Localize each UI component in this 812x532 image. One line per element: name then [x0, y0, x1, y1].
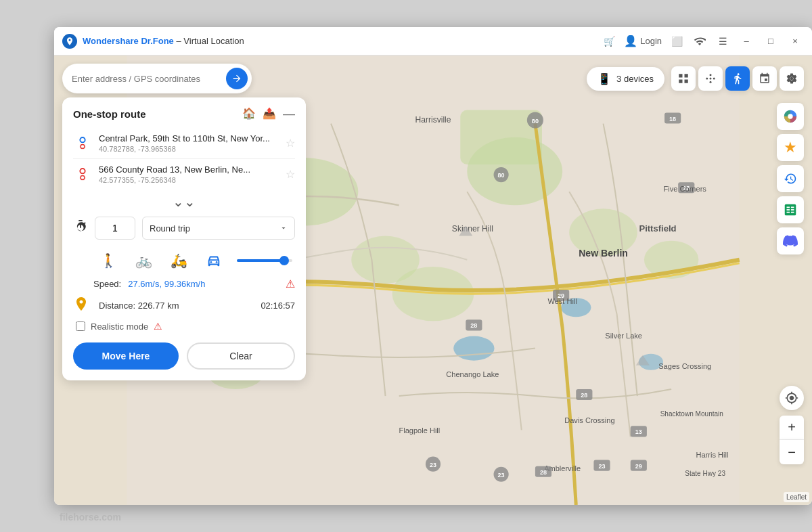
walk-mode-button[interactable]: 🚶: [93, 248, 123, 273]
google-maps-button[interactable]: [777, 103, 804, 130]
device-icon: 📱: [597, 72, 611, 85]
maximize-button[interactable]: □: [762, 32, 780, 50]
route-panel-title: One-stop route: [73, 108, 146, 120]
car-mode-button[interactable]: [199, 248, 229, 273]
scatter-mode-button[interactable]: [698, 66, 723, 91]
speed-label: Speed:: [93, 279, 121, 289]
speed-slider[interactable]: [237, 259, 292, 262]
svg-rect-81: [791, 212, 794, 213]
bike-mode-button[interactable]: 🚲: [129, 248, 158, 273]
realistic-info-icon[interactable]: ⚠: [154, 321, 162, 332]
route-item-star-1[interactable]: ☆: [286, 137, 295, 150]
svg-text:18: 18: [669, 116, 676, 123]
locate-button[interactable]: [780, 386, 804, 410]
filehorse-watermark: filehorse.com: [60, 512, 121, 523]
speed-row: Speed: 27.6m/s, 99.36km/h ⚠: [73, 278, 295, 290]
app-title: Wondershare Dr.Fone – Virtual Location: [83, 36, 601, 46]
export-route-icon[interactable]: 📤: [263, 107, 276, 121]
svg-point-11: [453, 336, 494, 360]
app-window: Wondershare Dr.Fone – Virtual Location 🛒…: [54, 27, 812, 505]
svg-point-62: [710, 78, 712, 80]
login-button[interactable]: 👤 Login: [624, 35, 662, 47]
settings-mode-button[interactable]: [780, 66, 804, 91]
distance-icon: [73, 296, 92, 315]
svg-text:New Berlin: New Berlin: [579, 248, 628, 259]
save-route-icon[interactable]: 🏠: [242, 107, 256, 121]
app-icon: [62, 34, 77, 49]
route-item-icon-2: [73, 164, 92, 183]
distance-row: Distance: 226.77 km 02:16:57: [73, 296, 295, 315]
close-button[interactable]: ×: [786, 32, 804, 50]
svg-point-73: [216, 261, 218, 263]
history-button[interactable]: [777, 165, 804, 192]
cart-icon[interactable]: 🛒: [601, 33, 617, 49]
zoom-in-button[interactable]: +: [780, 416, 804, 440]
star-button[interactable]: ★: [777, 134, 804, 161]
svg-text:Harris Hill: Harris Hill: [696, 451, 729, 459]
svg-text:80: 80: [532, 118, 539, 125]
scooter-mode-button[interactable]: 🛵: [164, 248, 194, 273]
zoom-out-button[interactable]: −: [780, 440, 804, 464]
realistic-mode-label: Realistic mode: [91, 322, 148, 332]
title-bar-actions: 🛒 👤 Login ⬜ ☰ – □ ×: [601, 32, 804, 50]
sheets-button[interactable]: [777, 196, 804, 223]
route-item-info-2: 566 County Road 13, New Berlin, Ne... 42…: [99, 164, 279, 184]
svg-point-63: [790, 77, 794, 81]
menu-icon[interactable]: ☰: [715, 33, 731, 49]
route-mode-button[interactable]: [725, 66, 750, 91]
route-item-name-1: Central Park, 59th St to 110th St, New Y…: [99, 133, 279, 143]
svg-rect-79: [791, 209, 794, 210]
distance-text: Distance: 226.77 km: [99, 301, 179, 311]
svg-text:State Hwy 23: State Hwy 23: [685, 470, 725, 477]
svg-point-58: [706, 78, 708, 80]
route-header-icons: 🏠 📤 —: [242, 107, 295, 121]
grid-mode-button[interactable]: [671, 66, 696, 91]
svg-point-59: [710, 74, 712, 76]
svg-text:Davis Crossing: Davis Crossing: [564, 416, 614, 424]
map-attribution: Leaflet: [784, 492, 809, 502]
svg-rect-80: [787, 212, 790, 213]
route-item-coords-2: 42.577355, -75.256348: [99, 176, 279, 184]
devices-button[interactable]: 📱 3 devices: [587, 67, 664, 91]
svg-text:Chenango Lake: Chenango Lake: [446, 370, 499, 378]
route-panel: One-stop route 🏠 📤 —: [62, 97, 306, 380]
svg-text:West Hill: West Hill: [547, 297, 577, 305]
svg-text:13: 13: [635, 428, 642, 435]
route-panel-header: One-stop route 🏠 📤 —: [62, 97, 306, 128]
svg-text:Silver Lake: Silver Lake: [605, 332, 642, 340]
trip-count-input[interactable]: [95, 217, 135, 240]
wifi-icon[interactable]: [692, 33, 708, 49]
route-item-star-2[interactable]: ☆: [286, 168, 295, 181]
trip-controls: Round trip One way Infinite loop: [73, 217, 295, 240]
discord-button[interactable]: [777, 227, 804, 254]
svg-text:Harrisville: Harrisville: [415, 115, 451, 125]
cast-icon[interactable]: ⬜: [669, 33, 685, 49]
svg-point-69: [81, 169, 84, 173]
speed-slider-knob[interactable]: [279, 256, 289, 265]
map-right-buttons: ★: [777, 103, 804, 254]
realistic-mode-checkbox[interactable]: [76, 322, 85, 331]
trip-type-select[interactable]: Round trip One way Infinite loop: [142, 217, 295, 240]
svg-text:28: 28: [540, 469, 547, 476]
move-here-button[interactable]: Move Here: [73, 342, 179, 370]
svg-point-72: [210, 261, 212, 263]
route-item-coords-1: 40.782788, -73.965368: [99, 145, 279, 153]
route-item: 566 County Road 13, New Berlin, Ne... 42…: [73, 159, 295, 190]
map-area[interactable]: 80 80 18 29 28 18 Smyrna Harrisville Ski…: [54, 56, 812, 505]
devices-count: 3 devices: [616, 74, 654, 84]
search-input[interactable]: [72, 74, 226, 84]
collapse-icon[interactable]: ⌄⌄: [173, 194, 196, 210]
route-item-name-2: 566 County Road 13, New Berlin, Ne...: [99, 164, 279, 175]
svg-rect-76: [787, 206, 790, 208]
svg-text:Flagpole Hill: Flagpole Hill: [399, 426, 440, 435]
svg-text:Five Corners: Five Corners: [664, 185, 707, 193]
clear-button[interactable]: Clear: [187, 342, 295, 370]
search-go-button[interactable]: [226, 68, 248, 89]
search-box[interactable]: [62, 64, 252, 93]
collapse-panel-icon[interactable]: —: [283, 107, 295, 121]
svg-text:23: 23: [430, 462, 436, 468]
branch-mode-button[interactable]: [752, 66, 777, 91]
route-item-icon-1: [73, 133, 92, 152]
minimize-button[interactable]: –: [738, 32, 755, 50]
speed-slider-fill: [237, 259, 284, 262]
